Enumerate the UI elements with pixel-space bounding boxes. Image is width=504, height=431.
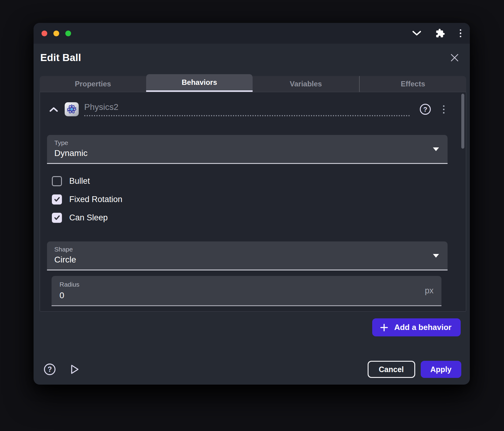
bullet-checkbox[interactable] bbox=[52, 176, 62, 186]
overflow-menu-icon[interactable] bbox=[459, 29, 462, 38]
tab-behaviors[interactable]: Behaviors bbox=[146, 74, 253, 92]
cancel-button[interactable]: Cancel bbox=[368, 361, 415, 378]
shape-value: Circle bbox=[54, 255, 440, 265]
page-title: Edit Ball bbox=[40, 52, 81, 63]
collapse-chevron-up-icon[interactable] bbox=[47, 104, 60, 114]
zoom-traffic-light[interactable] bbox=[65, 31, 71, 36]
behavior-name: Physics2 bbox=[84, 102, 118, 112]
behavior-menu-icon[interactable] bbox=[442, 104, 446, 115]
radius-value: 0 bbox=[59, 291, 425, 300]
radius-unit: px bbox=[425, 286, 434, 295]
flags-group: Bullet Fixed Rotation Can Sleep bbox=[52, 172, 448, 227]
shape-select[interactable]: Shape Circle bbox=[47, 241, 448, 270]
chevron-down-icon[interactable] bbox=[412, 31, 421, 36]
checkbox-row-bullet[interactable]: Bullet bbox=[52, 172, 448, 190]
shape-label: Shape bbox=[54, 246, 440, 253]
checkbox-row-can-sleep[interactable]: Can Sleep bbox=[52, 208, 448, 227]
checkbox-label: Bullet bbox=[69, 176, 90, 186]
add-behavior-label: Add a behavior bbox=[394, 323, 452, 332]
tab-bar: Properties Behaviors Variables Effects bbox=[40, 74, 466, 92]
checkbox-label: Can Sleep bbox=[69, 213, 108, 223]
chevron-down-icon bbox=[433, 147, 439, 151]
type-select[interactable]: Type Dynamic bbox=[47, 135, 448, 164]
play-icon[interactable] bbox=[68, 362, 81, 376]
tab-effects[interactable]: Effects bbox=[359, 76, 466, 92]
plus-icon bbox=[380, 323, 389, 332]
fixed-rotation-checkbox[interactable] bbox=[52, 194, 62, 205]
checkbox-label: Fixed Rotation bbox=[69, 195, 122, 204]
help-icon[interactable]: ? bbox=[41, 361, 58, 378]
tab-variables[interactable]: Variables bbox=[253, 76, 359, 92]
type-value: Dynamic bbox=[54, 148, 440, 158]
traffic-lights bbox=[41, 31, 71, 36]
minimize-traffic-light[interactable] bbox=[53, 31, 59, 36]
behaviors-panel: Physics2 ? Type Dynamic Bullet bbox=[40, 92, 466, 312]
apply-button[interactable]: Apply bbox=[421, 361, 461, 378]
behavior-header: Physics2 ? bbox=[47, 100, 448, 119]
svg-text:?: ? bbox=[423, 106, 427, 113]
svg-text:?: ? bbox=[48, 365, 52, 373]
behavior-help-icon[interactable]: ? bbox=[419, 103, 431, 115]
chevron-down-icon bbox=[433, 254, 439, 258]
checkbox-row-fixed-rotation[interactable]: Fixed Rotation bbox=[52, 190, 448, 208]
can-sleep-checkbox[interactable] bbox=[52, 213, 62, 223]
add-behavior-button[interactable]: Add a behavior bbox=[372, 318, 461, 336]
scrollbar[interactable] bbox=[461, 94, 464, 149]
close-icon[interactable] bbox=[448, 52, 461, 64]
radius-label: Radius bbox=[59, 281, 425, 288]
atom-icon bbox=[65, 102, 79, 116]
titlebar[interactable] bbox=[34, 23, 470, 44]
edit-ball-dialog: Edit Ball Properties Behaviors Variables… bbox=[34, 23, 470, 385]
dialog-footer: ? Cancel Apply bbox=[34, 357, 470, 385]
radius-field[interactable]: Radius 0 px bbox=[52, 276, 441, 306]
type-label: Type bbox=[54, 139, 440, 147]
behavior-name-field[interactable]: Physics2 bbox=[84, 102, 410, 116]
close-traffic-light[interactable] bbox=[41, 31, 47, 36]
extension-puzzle-icon[interactable] bbox=[435, 28, 445, 38]
tab-properties[interactable]: Properties bbox=[40, 76, 146, 92]
